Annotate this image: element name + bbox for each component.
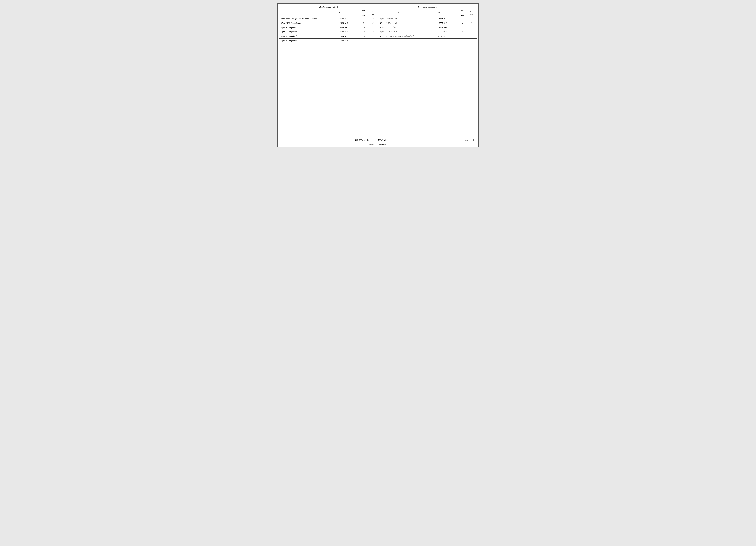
right-row-sheets: 16 — [458, 21, 467, 25]
page-inner: Продолжение табл. 1 Наименование Обознач… — [279, 5, 477, 146]
left-row-copies: 3 — [368, 39, 378, 43]
right-row-designation: АТМ 18-8 — [428, 21, 458, 25]
left-row-sheets: 13 — [359, 30, 368, 34]
right-continuation-title: Продолжение табл. 1 — [378, 5, 477, 9]
tables-row: Продолжение табл. 1 Наименование Обознач… — [279, 5, 477, 138]
page: Продолжение табл. 1 Наименование Обознач… — [277, 3, 479, 147]
bottom-block: ТП 903-1-204 АТМ 18-1 Лист 2 19467-08 7 … — [279, 138, 477, 146]
left-row-designation: АТМ 18-4 — [329, 30, 359, 34]
right-table-row: Щит 13. Общий вид. АТМ 18-9 13 3 — [378, 25, 477, 30]
right-header-copies: Кол. экз. — [467, 9, 477, 17]
right-row-designation: АТМ 18-9 — [428, 25, 458, 30]
right-header-name: Наименование — [378, 9, 428, 17]
footer-info: 19467-08 7 Формат А3 — [279, 143, 477, 146]
left-header-designation: Обозначение — [329, 9, 359, 17]
left-header-name: Наименование — [279, 9, 329, 17]
right-row-sheets: 18 — [458, 30, 467, 34]
left-row-sheets: 17 — [359, 39, 368, 43]
stamp-designation: АТМ 18-1 — [377, 139, 388, 142]
right-row-name: Щит 12. Общий вид — [378, 21, 428, 25]
left-row-name: Ведомость материалов для заказа щитов. — [279, 17, 329, 21]
stamp-main: ТП 903-1-204 АТМ 18-1 — [279, 138, 463, 143]
left-row-copies: 3 — [368, 30, 378, 34]
right-header-designation: Обозначение — [428, 9, 458, 17]
right-table-header-row: Наименование Обозначение Кол. лис- тов — [378, 9, 477, 17]
right-row-designation: АТМ 18-10 — [428, 30, 458, 34]
left-row-sheets: 2 — [359, 21, 368, 25]
stamp-code: ТП 903-1-204 — [355, 139, 369, 142]
left-table-row: Щит 4. Общий вид. АТМ 18-3 20 3 — [279, 25, 378, 30]
left-table-body: Ведомость материалов для заказа щитов. А… — [279, 17, 378, 43]
right-row-copies: 3 — [467, 25, 477, 30]
right-row-copies: 3 — [467, 17, 477, 21]
left-table: Наименование Обозначение Кол. лис- тов — [279, 9, 378, 43]
right-row-designation: АТМ 18-11 — [428, 34, 458, 39]
stamp-sheet-number: 2 — [470, 138, 477, 143]
left-row-designation: АТМ 18-1 — [329, 17, 359, 21]
right-row-sheets: 12 — [458, 34, 467, 39]
spacer — [378, 39, 477, 138]
right-row-copies: 3 — [467, 34, 477, 39]
left-table-row: Щит 7. Общий вид. АТМ 18-6 17 3 — [279, 39, 378, 43]
left-row-designation: АТМ 18-6 — [329, 39, 359, 43]
left-row-designation: АТМ 18-2 — [329, 21, 359, 25]
left-header-copies: Кол. экз. — [368, 9, 378, 17]
left-row-name: Щит 4. Общий вид. — [279, 25, 329, 30]
left-row-name: Щит 5. Общий вид. — [279, 30, 329, 34]
left-row-copies: 3 — [368, 34, 378, 39]
left-row-sheets: 2 — [359, 17, 368, 21]
right-table-row: Щит 14. Общий вид. АТМ 18-10 18 3 — [378, 30, 477, 34]
left-row-name: Щит КИП. Общий вид. — [279, 21, 329, 25]
right-row-designation: АТМ 18-7 — [428, 17, 458, 21]
left-table-row: Щит 6. Общий вид. АТМ 18-5 18 3 — [279, 34, 378, 39]
right-row-name: Щит приточной установки. Общий вид. — [378, 34, 428, 39]
left-row-sheets: 20 — [359, 25, 368, 30]
left-row-copies: 3 — [368, 17, 378, 21]
left-row-name: Щит 6. Общий вид. — [279, 34, 329, 39]
right-table-row: Щит 12. Общий вид АТМ 18-8 16 3 — [378, 21, 477, 25]
left-continuation-title: Продолжение табл. 1 — [279, 5, 378, 9]
right-header-sheets: Кол. лис- тов — [458, 9, 467, 17]
left-table-area: Продолжение табл. 1 Наименование Обознач… — [279, 5, 378, 138]
left-row-sheets: 18 — [359, 34, 368, 39]
left-row-copies: 3 — [368, 25, 378, 30]
left-row-designation: АТМ 18-5 — [329, 34, 359, 39]
right-table-row: Щит приточной установки. Общий вид. АТМ … — [378, 34, 477, 39]
right-table: Наименование Обозначение Кол. лис- тов — [378, 9, 477, 39]
left-row-designation: АТМ 18-3 — [329, 25, 359, 30]
left-table-row: Щит КИП. Общий вид. АТМ 18-2 2 3 — [279, 21, 378, 25]
right-row-copies: 3 — [467, 21, 477, 25]
right-row-sheets: 13 — [458, 25, 467, 30]
right-table-body: Щит 11. Общий Вид. АТМ 18-7 9 3 Щит 12. … — [378, 17, 477, 39]
stamp-row: ТП 903-1-204 АТМ 18-1 Лист 2 — [279, 138, 477, 143]
left-row-copies: 3 — [368, 21, 378, 25]
right-table-area: Продолжение табл. 1 Наименование Обознач… — [378, 5, 477, 138]
left-table-header-row: Наименование Обозначение Кол. лис- тов — [279, 9, 378, 17]
right-row-name: Щит 13. Общий вид. — [378, 25, 428, 30]
stamp-sheet-label: Лист — [463, 138, 470, 143]
right-row-sheets: 9 — [458, 17, 467, 21]
right-table-row: Щит 11. Общий Вид. АТМ 18-7 9 3 — [378, 17, 477, 21]
right-row-name: Щит 14. Общий вид. — [378, 30, 428, 34]
left-row-name: Щит 7. Общий вид. — [279, 39, 329, 43]
right-row-copies: 3 — [467, 30, 477, 34]
left-table-row: Ведомость материалов для заказа щитов. А… — [279, 17, 378, 21]
right-row-name: Щит 11. Общий Вид. — [378, 17, 428, 21]
left-table-row: Щит 5. Общий вид. АТМ 18-4 13 3 — [279, 30, 378, 34]
left-header-sheets: Кол. лис- тов — [359, 9, 368, 17]
